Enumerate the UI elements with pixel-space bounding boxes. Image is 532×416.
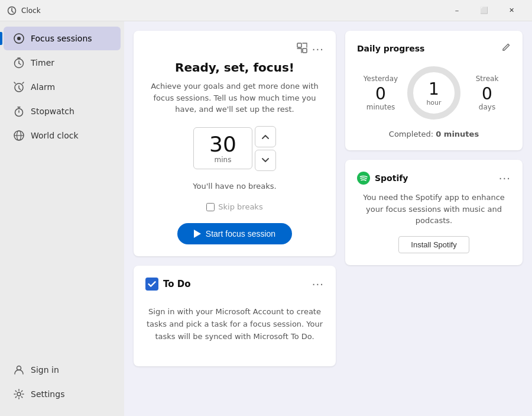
time-decrease-button[interactable] bbox=[255, 150, 276, 171]
close-button[interactable]: ✕ bbox=[498, 1, 525, 20]
spotify-header: Spotify ··· bbox=[357, 172, 511, 185]
focus-session-card: ··· Ready, set, focus! Achieve your goal… bbox=[134, 31, 336, 256]
spotify-card: Spotify ··· You need the Spotify app to … bbox=[345, 160, 523, 265]
sidebar-label-settings: Settings bbox=[31, 389, 64, 399]
sidebar-bottom: Sign in Settings bbox=[0, 357, 124, 411]
progress-stats: Yesterday 0 minutes 1 hour bbox=[357, 63, 511, 122]
time-value-box: 30 mins bbox=[193, 127, 252, 170]
daily-progress-card: Daily progress Yesterday 0 minutes bbox=[345, 31, 523, 150]
stopwatch-icon bbox=[13, 105, 25, 117]
time-increase-button[interactable] bbox=[255, 126, 276, 147]
spotify-description: You need the Spotify app to enhance your… bbox=[357, 192, 511, 227]
yesterday-unit: minutes bbox=[357, 103, 404, 111]
maximize-button[interactable]: ⬜ bbox=[471, 1, 498, 20]
stat-streak: Streak 0 days bbox=[463, 75, 511, 112]
completed-label: Completed: bbox=[389, 130, 433, 138]
svg-line-2 bbox=[12, 11, 14, 12]
time-picker: 30 mins bbox=[145, 126, 324, 171]
svg-line-7 bbox=[19, 63, 21, 65]
sidebar-item-alarm[interactable]: Alarm bbox=[4, 75, 121, 99]
minimize-button[interactable]: − bbox=[443, 1, 471, 20]
window-controls: − ⬜ ✕ bbox=[443, 1, 525, 20]
streak-value: 0 bbox=[463, 85, 511, 104]
focus-card-header: ··· bbox=[145, 43, 324, 56]
focus-card-description: Achieve your goals and get more done wit… bbox=[145, 80, 324, 115]
todo-title: To Do bbox=[145, 278, 191, 291]
daily-progress-title: Daily progress bbox=[357, 44, 424, 53]
alarm-icon bbox=[13, 81, 25, 93]
sidebar-nav: Focus sessions Timer bbox=[0, 26, 124, 357]
todo-body-text: Sign in with your Microsoft Account to c… bbox=[145, 300, 324, 354]
breaks-info: You'll have no breaks. bbox=[145, 180, 324, 192]
svg-rect-20 bbox=[145, 278, 158, 291]
spotify-name: Spotify bbox=[375, 173, 408, 183]
svg-point-17 bbox=[17, 392, 21, 396]
yesterday-label: Yesterday bbox=[357, 75, 404, 83]
world-clock-icon bbox=[13, 130, 25, 141]
sidebar-label-alarm: Alarm bbox=[31, 82, 55, 92]
spotify-logo-icon bbox=[357, 172, 370, 185]
start-focus-session-button[interactable]: Start focus session bbox=[177, 223, 292, 244]
sidebar-item-world-clock[interactable]: World clock bbox=[4, 124, 121, 147]
left-column: ··· Ready, set, focus! Achieve your goal… bbox=[134, 31, 336, 407]
gear-icon bbox=[13, 388, 25, 400]
focus-sessions-icon bbox=[13, 33, 25, 44]
streak-label: Streak bbox=[463, 75, 511, 83]
sidebar-label-world-clock: World clock bbox=[31, 131, 79, 140]
donut-chart: 1 hour bbox=[404, 63, 463, 122]
sidebar-label-timer: Timer bbox=[31, 58, 54, 67]
app-title: Clock bbox=[21, 7, 443, 15]
time-arrows bbox=[255, 126, 276, 171]
install-spotify-button[interactable]: Install Spotify bbox=[398, 236, 469, 253]
time-unit: mins bbox=[215, 156, 232, 164]
sidebar-label-focus-sessions: Focus sessions bbox=[31, 34, 92, 43]
play-icon bbox=[194, 230, 201, 238]
todo-check-icon bbox=[145, 278, 158, 291]
todo-card-header: To Do ··· bbox=[145, 278, 324, 291]
focus-card-title: Ready, set, focus! bbox=[145, 60, 324, 75]
todo-title-text: To Do bbox=[163, 279, 191, 289]
completed-value: 0 minutes bbox=[436, 130, 479, 138]
time-value: 30 bbox=[209, 133, 236, 156]
daily-goal-unit: hour bbox=[426, 99, 441, 107]
sidebar-item-stopwatch[interactable]: Stopwatch bbox=[4, 99, 121, 123]
stat-yesterday: Yesterday 0 minutes bbox=[357, 75, 404, 112]
sidebar-item-timer[interactable]: Timer bbox=[4, 51, 121, 75]
skip-breaks-container: Skip breaks bbox=[145, 202, 324, 211]
sidebar: Focus sessions Timer bbox=[0, 21, 124, 416]
right-column: Daily progress Yesterday 0 minutes bbox=[345, 31, 523, 407]
sidebar-label-sign-in: Sign in bbox=[31, 365, 59, 375]
svg-rect-18 bbox=[297, 43, 301, 47]
yesterday-value: 0 bbox=[357, 85, 404, 104]
edit-icon[interactable] bbox=[501, 43, 511, 54]
sidebar-item-focus-sessions[interactable]: Focus sessions bbox=[4, 27, 121, 50]
svg-rect-19 bbox=[303, 49, 307, 53]
app-icon bbox=[7, 6, 17, 15]
sidebar-label-stopwatch: Stopwatch bbox=[31, 107, 74, 116]
daily-goal-value: 1 bbox=[426, 79, 441, 99]
sidebar-item-sign-in[interactable]: Sign in bbox=[4, 358, 121, 382]
skip-breaks-label: Skip breaks bbox=[218, 202, 262, 211]
start-button-label: Start focus session bbox=[206, 229, 275, 238]
main-content: ··· Ready, set, focus! Achieve your goal… bbox=[124, 21, 532, 416]
skip-breaks-checkbox[interactable] bbox=[206, 203, 215, 211]
streak-unit: days bbox=[463, 103, 511, 111]
app-body: Focus sessions Timer bbox=[0, 21, 532, 416]
sidebar-item-settings[interactable]: Settings bbox=[4, 382, 121, 406]
todo-more-icon[interactable]: ··· bbox=[312, 278, 324, 291]
focus-card-more-icon[interactable]: ··· bbox=[312, 43, 324, 56]
focus-card-actions[interactable]: ··· bbox=[297, 43, 324, 56]
completed-text: Completed: 0 minutes bbox=[357, 130, 511, 138]
person-icon bbox=[13, 364, 25, 376]
titlebar: Clock − ⬜ ✕ bbox=[0, 0, 532, 21]
donut-center: 1 hour bbox=[426, 79, 441, 107]
spotify-brand: Spotify bbox=[357, 172, 408, 185]
resize-icon[interactable] bbox=[297, 43, 307, 56]
todo-card: To Do ··· Sign in with your Microsoft Ac… bbox=[134, 266, 336, 366]
svg-point-4 bbox=[17, 37, 21, 40]
timer-icon bbox=[13, 57, 25, 69]
spotify-more-icon[interactable]: ··· bbox=[499, 172, 511, 185]
daily-progress-header: Daily progress bbox=[357, 43, 511, 54]
